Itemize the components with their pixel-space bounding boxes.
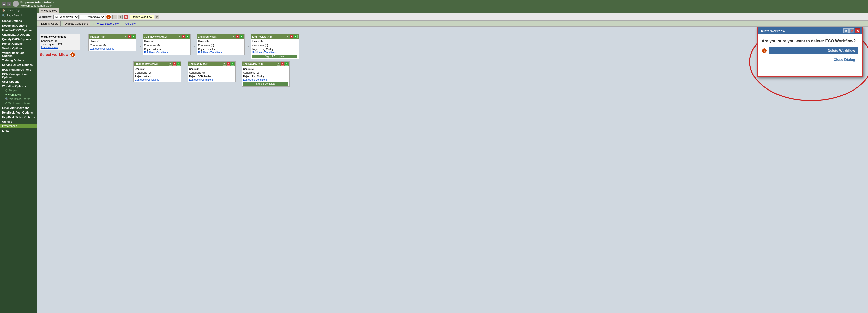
sidebar-item-global-options[interactable]: Global Options xyxy=(0,19,37,23)
sidebar-item-home[interactable]: 🏠 Home Page xyxy=(0,8,37,13)
dialog-titlebar: Delete Workflow ⧉ 📌 ✕ xyxy=(757,27,862,34)
conditions-row: Type Equals ECO xyxy=(41,43,79,46)
ccb-edit-link[interactable]: Edit Users/Conditions xyxy=(144,51,168,54)
avatar xyxy=(13,1,19,7)
toolbar: Display Users Display Conditions | View:… xyxy=(37,21,868,27)
sidebar-item-service-object[interactable]: Service Object Options xyxy=(0,62,37,67)
eng-modify-2-users: Users (0) xyxy=(189,67,234,71)
dialog-close-icon[interactable]: ✕ xyxy=(855,28,860,33)
eng-modify-2-edit-link[interactable]: Edit Users/Conditions xyxy=(189,79,213,81)
sidebar-item-change-eco[interactable]: Change/ECO Options xyxy=(0,32,37,37)
ccb-add-icon[interactable]: + xyxy=(186,35,189,38)
sidebar-sub-stages[interactable]: ⬡ Stages xyxy=(0,88,37,93)
ccb-delete-icon[interactable]: ✕ xyxy=(182,35,185,38)
eng-review-2-edit-link[interactable]: Edit Users/Conditions xyxy=(243,79,268,81)
sidebar-item-email-alerts[interactable]: Email Alerts/Options xyxy=(0,105,37,110)
stage-eng-review-2: Eng Review (All) ✎ ✕ + Users (5) Conditi… xyxy=(242,61,290,87)
sidebar-item-vendor-options[interactable]: Vendor Options xyxy=(0,46,37,50)
eng-modify-2-add-icon[interactable]: + xyxy=(231,62,234,66)
delete-workflow-button[interactable]: ✕ xyxy=(124,15,128,19)
sidebar-item-document-options[interactable]: Document Options xyxy=(0,23,37,28)
top-nav: ⟳ Workflows xyxy=(37,8,868,13)
eng-modify-2-delete-icon[interactable]: ✕ xyxy=(227,62,230,66)
stage-ccb-review: CCB Review (Au...) ✎ ✕ + Users (4) Condi… xyxy=(143,34,191,55)
workflow-options-icon: ⚙ xyxy=(5,102,8,105)
close-dialog-button[interactable]: Close Dialog xyxy=(831,56,858,63)
header-icon-group: ☰ ★ xyxy=(2,2,11,6)
step2-badge: 2 xyxy=(106,14,112,20)
eng-review-2-delete-icon[interactable]: ✕ xyxy=(281,62,284,66)
arrow3: → xyxy=(191,44,197,49)
sidebar-item-helpdesk-ticket[interactable]: HelpDesk Ticket Options xyxy=(0,115,37,119)
ccb-edit-icon[interactable]: ✎ xyxy=(178,35,181,38)
eng-modify-2-header: Eng Modify (All) ✎ ✕ + xyxy=(188,62,235,66)
initiator-body: Users (1) Conditions (0) Edit Users/Cond… xyxy=(89,39,136,51)
sidebar-item-utilities[interactable]: Utilities xyxy=(0,119,37,124)
eng-review-2-add-icon[interactable]: + xyxy=(285,62,288,66)
sidebar-item-workflow-options[interactable]: Workflow Options xyxy=(0,84,37,88)
edit-workflow-button[interactable]: ✎ xyxy=(118,15,123,19)
workflow-name-dropdown[interactable]: ECO Workflow xyxy=(80,15,105,19)
dialog-container: Delete Workflow ⧉ 📌 ✕ Are you sure you w… xyxy=(757,27,868,77)
finance-delete-icon[interactable]: ✕ xyxy=(173,62,176,66)
workflows-breadcrumb-tab[interactable]: ⟳ Workflows xyxy=(39,8,59,13)
eng-modify-1-add-icon[interactable]: + xyxy=(240,35,243,38)
sidebar-item-user-options[interactable]: User Options xyxy=(0,79,37,84)
eng-review-1-delete-icon[interactable]: ✕ xyxy=(290,35,293,38)
sidebar-item-bom-config[interactable]: BOM Configuration Options xyxy=(0,71,37,79)
dialog-pin-icon[interactable]: 📌 xyxy=(849,28,854,33)
add-workflow-button[interactable]: + xyxy=(113,15,117,19)
dialog-restore-icon[interactable]: ⧉ xyxy=(843,28,848,33)
initiator-add-icon[interactable]: + xyxy=(132,35,135,38)
finance-edit-link[interactable]: Edit Users/Conditions xyxy=(135,79,159,81)
eng-review-1-icons: ✎ ✕ + xyxy=(286,35,298,38)
eng-modify-1-icons: ✎ ✕ + xyxy=(232,35,243,38)
finance-header: Finance Review (All) ✎ ✕ + xyxy=(134,62,181,66)
sidebar-sub-workflows[interactable]: ⟳ Workflows xyxy=(0,93,37,97)
close-dialog-container: Close Dialog xyxy=(762,56,858,63)
eng-modify-2-edit-icon[interactable]: ✎ xyxy=(223,62,226,66)
sidebar-sub-workflow-options[interactable]: ⚙ Workflow Options xyxy=(0,101,37,105)
confirm-delete-workflow-button[interactable]: Delete Workflow xyxy=(769,47,858,54)
eng-modify-1-edit-link[interactable]: Edit Users/Conditions xyxy=(198,51,222,54)
sidebar-item-links[interactable]: Links xyxy=(0,128,37,133)
eng-review-1-edit-icon[interactable]: ✎ xyxy=(286,35,289,38)
finance-edit-icon[interactable]: ✎ xyxy=(168,62,172,66)
eng-review-1-header: Eng Review (All) ✎ ✕ + xyxy=(251,34,299,39)
initiator-delete-icon[interactable]: ✕ xyxy=(128,35,131,38)
arrow5: → xyxy=(182,71,188,76)
sidebar-item-project-options[interactable]: Project Options xyxy=(0,41,37,46)
content-area: ⟳ Workflows Workflow: [All Workflows] EC… xyxy=(37,8,868,313)
star-icon[interactable]: ★ xyxy=(7,2,11,6)
cond-equals: Equals xyxy=(48,43,56,46)
copy-workflow-button[interactable]: ⎘ xyxy=(155,15,159,19)
eng-modify-1-edit-icon[interactable]: ✎ xyxy=(232,35,235,38)
main-body: 🏠 Home Page 🔍 Page Search Global Options… xyxy=(0,8,868,313)
sidebar-item-quality-capa[interactable]: Quality/CAPA Options xyxy=(0,37,37,41)
sidebar-item-page-search[interactable]: 🔍 Page Search xyxy=(0,13,37,18)
eng-review-1-add-icon[interactable]: + xyxy=(294,35,298,38)
workflows-bar: Workflow: [All Workflows] ECO Workflow 2… xyxy=(37,13,868,21)
initiator-edit-link[interactable]: Edit Users/Conditions xyxy=(90,47,114,50)
edit-conditions-link[interactable]: Edit Conditions xyxy=(41,46,58,49)
display-conditions-button[interactable]: Display Conditions xyxy=(63,21,90,26)
stage-finance-review: Finance Review (All) ✎ ✕ + Users (2) Con… xyxy=(133,61,182,82)
view-tree-link[interactable]: Tree View xyxy=(123,22,136,25)
workflow-all-dropdown[interactable]: [All Workflows] xyxy=(53,15,79,19)
sidebar-item-helpdesk-post[interactable]: HelpDesk Post Options xyxy=(0,110,37,115)
eng-modify-1-header: Eng Modify (All) ✎ ✕ + xyxy=(197,34,244,39)
initiator-edit-icon[interactable]: ✎ xyxy=(124,35,127,38)
sidebar-item-vendor-item-part[interactable]: Vendor Item/Part Options xyxy=(0,50,37,58)
sidebar-sub-workflow-search[interactable]: 🔍 Workflow Search xyxy=(0,97,37,101)
eng-review-2-edit-icon[interactable]: ✎ xyxy=(277,62,280,66)
sidebar-item-training-options[interactable]: Training Options xyxy=(0,58,37,62)
menu-icon[interactable]: ☰ xyxy=(2,2,6,6)
display-users-button[interactable]: Display Users xyxy=(39,21,61,26)
eng-modify-1-delete-icon[interactable]: ✕ xyxy=(236,35,239,38)
finance-add-icon[interactable]: + xyxy=(177,62,180,66)
view-stage-link[interactable]: View: Stage View xyxy=(97,22,119,25)
sidebar-item-item-part-bom[interactable]: Item/Part/BOM Options xyxy=(0,28,37,32)
sidebar-item-preferences[interactable]: Preferences xyxy=(0,124,37,128)
sidebar-item-bom-routing[interactable]: BOM Routing Options xyxy=(0,67,37,71)
eng-review-1-edit-link[interactable]: Edit Users/Conditions xyxy=(252,51,277,54)
